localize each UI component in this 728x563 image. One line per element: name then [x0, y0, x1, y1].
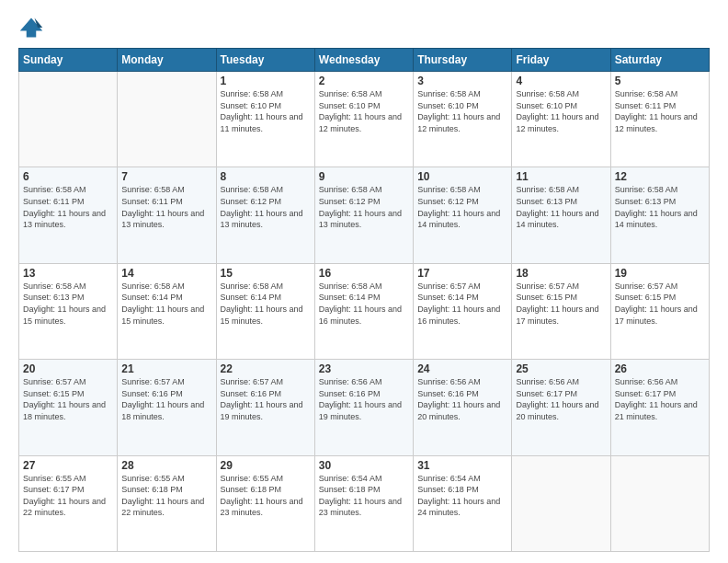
day-info: Sunrise: 6:58 AMSunset: 6:11 PMDaylight:… [23, 184, 113, 230]
day-info: Sunrise: 6:54 AMSunset: 6:18 PMDaylight:… [417, 473, 507, 519]
day-header-sunday: Sunday [19, 49, 118, 72]
day-number: 28 [121, 459, 211, 472]
day-number: 27 [23, 459, 113, 472]
day-info: Sunrise: 6:56 AMSunset: 6:16 PMDaylight:… [319, 376, 409, 422]
calendar-cell: 5Sunrise: 6:58 AMSunset: 6:11 PMDaylight… [610, 72, 709, 167]
day-info: Sunrise: 6:58 AMSunset: 6:10 PMDaylight:… [516, 88, 606, 134]
day-info: Sunrise: 6:57 AMSunset: 6:15 PMDaylight:… [516, 281, 606, 327]
calendar-week-row: 27Sunrise: 6:55 AMSunset: 6:17 PMDayligh… [19, 455, 710, 551]
calendar-cell: 9Sunrise: 6:58 AMSunset: 6:12 PMDaylight… [314, 167, 413, 263]
calendar-cell: 26Sunrise: 6:56 AMSunset: 6:17 PMDayligh… [610, 360, 709, 455]
day-number: 30 [319, 459, 409, 472]
calendar-cell: 31Sunrise: 6:54 AMSunset: 6:18 PMDayligh… [414, 455, 512, 551]
calendar-cell: 1Sunrise: 6:58 AMSunset: 6:10 PMDaylight… [216, 72, 314, 167]
calendar-cell: 27Sunrise: 6:55 AMSunset: 6:17 PMDayligh… [19, 455, 118, 551]
day-number: 9 [319, 170, 409, 183]
calendar-cell: 19Sunrise: 6:57 AMSunset: 6:15 PMDayligh… [610, 263, 709, 359]
day-number: 21 [121, 362, 211, 375]
calendar-cell: 11Sunrise: 6:58 AMSunset: 6:13 PMDayligh… [512, 167, 610, 263]
day-number: 31 [417, 459, 507, 472]
day-info: Sunrise: 6:57 AMSunset: 6:16 PMDaylight:… [121, 376, 211, 422]
day-info: Sunrise: 6:58 AMSunset: 6:10 PMDaylight:… [417, 88, 507, 134]
day-number: 8 [221, 170, 311, 183]
day-number: 13 [23, 267, 113, 280]
day-info: Sunrise: 6:57 AMSunset: 6:15 PMDaylight:… [615, 281, 705, 327]
day-info: Sunrise: 6:58 AMSunset: 6:10 PMDaylight:… [221, 88, 311, 134]
calendar-cell: 14Sunrise: 6:58 AMSunset: 6:14 PMDayligh… [118, 263, 216, 359]
day-number: 22 [221, 362, 311, 375]
day-number: 24 [417, 362, 507, 375]
day-number: 11 [516, 170, 606, 183]
day-info: Sunrise: 6:55 AMSunset: 6:18 PMDaylight:… [121, 473, 211, 519]
calendar-cell: 17Sunrise: 6:57 AMSunset: 6:14 PMDayligh… [414, 263, 512, 359]
day-info: Sunrise: 6:58 AMSunset: 6:12 PMDaylight:… [417, 184, 507, 230]
calendar-week-row: 1Sunrise: 6:58 AMSunset: 6:10 PMDaylight… [19, 72, 710, 167]
day-number: 2 [319, 75, 409, 87]
calendar-cell: 24Sunrise: 6:56 AMSunset: 6:16 PMDayligh… [414, 360, 512, 455]
day-number: 17 [417, 267, 507, 280]
day-info: Sunrise: 6:58 AMSunset: 6:12 PMDaylight:… [319, 184, 409, 230]
day-info: Sunrise: 6:57 AMSunset: 6:16 PMDaylight:… [221, 376, 311, 422]
calendar-cell [19, 72, 118, 167]
calendar-cell: 15Sunrise: 6:58 AMSunset: 6:14 PMDayligh… [216, 263, 314, 359]
calendar-cell: 22Sunrise: 6:57 AMSunset: 6:16 PMDayligh… [216, 360, 314, 455]
day-number: 1 [221, 75, 311, 87]
day-number: 12 [615, 170, 705, 183]
calendar-cell: 23Sunrise: 6:56 AMSunset: 6:16 PMDayligh… [314, 360, 413, 455]
calendar-cell: 3Sunrise: 6:58 AMSunset: 6:10 PMDaylight… [414, 72, 512, 167]
calendar-header-row: SundayMondayTuesdayWednesdayThursdayFrid… [19, 49, 710, 72]
day-info: Sunrise: 6:56 AMSunset: 6:16 PMDaylight:… [417, 376, 507, 422]
day-number: 19 [615, 267, 705, 280]
calendar-cell: 2Sunrise: 6:58 AMSunset: 6:10 PMDaylight… [314, 72, 413, 167]
day-info: Sunrise: 6:58 AMSunset: 6:13 PMDaylight:… [516, 184, 606, 230]
day-number: 18 [516, 267, 606, 280]
calendar-cell: 28Sunrise: 6:55 AMSunset: 6:18 PMDayligh… [118, 455, 216, 551]
day-info: Sunrise: 6:55 AMSunset: 6:17 PMDaylight:… [23, 473, 113, 519]
day-info: Sunrise: 6:58 AMSunset: 6:11 PMDaylight:… [121, 184, 211, 230]
day-info: Sunrise: 6:57 AMSunset: 6:14 PMDaylight:… [417, 281, 507, 327]
day-number: 6 [23, 170, 113, 183]
day-header-thursday: Thursday [414, 49, 512, 72]
calendar-cell: 21Sunrise: 6:57 AMSunset: 6:16 PMDayligh… [118, 360, 216, 455]
day-number: 7 [121, 170, 211, 183]
day-header-tuesday: Tuesday [216, 49, 314, 72]
day-number: 25 [516, 362, 606, 375]
calendar-cell: 12Sunrise: 6:58 AMSunset: 6:13 PMDayligh… [610, 167, 709, 263]
day-number: 16 [319, 267, 409, 280]
day-header-monday: Monday [118, 49, 216, 72]
day-header-friday: Friday [512, 49, 610, 72]
calendar-cell: 10Sunrise: 6:58 AMSunset: 6:12 PMDayligh… [414, 167, 512, 263]
calendar-week-row: 20Sunrise: 6:57 AMSunset: 6:15 PMDayligh… [19, 360, 710, 455]
calendar-cell [512, 455, 610, 551]
day-info: Sunrise: 6:58 AMSunset: 6:14 PMDaylight:… [121, 281, 211, 327]
day-number: 4 [516, 75, 606, 87]
calendar-cell: 7Sunrise: 6:58 AMSunset: 6:11 PMDaylight… [118, 167, 216, 263]
calendar-cell: 13Sunrise: 6:58 AMSunset: 6:13 PMDayligh… [19, 263, 118, 359]
day-info: Sunrise: 6:58 AMSunset: 6:11 PMDaylight:… [615, 88, 705, 134]
day-info: Sunrise: 6:55 AMSunset: 6:18 PMDaylight:… [221, 473, 311, 519]
calendar-week-row: 6Sunrise: 6:58 AMSunset: 6:11 PMDaylight… [19, 167, 710, 263]
day-number: 3 [417, 75, 507, 87]
day-info: Sunrise: 6:58 AMSunset: 6:13 PMDaylight:… [23, 281, 113, 327]
day-info: Sunrise: 6:58 AMSunset: 6:12 PMDaylight:… [221, 184, 311, 230]
calendar-week-row: 13Sunrise: 6:58 AMSunset: 6:13 PMDayligh… [19, 263, 710, 359]
day-number: 5 [615, 75, 705, 87]
calendar-cell [610, 455, 709, 551]
logo [18, 15, 48, 40]
calendar-cell: 20Sunrise: 6:57 AMSunset: 6:15 PMDayligh… [19, 360, 118, 455]
day-number: 26 [615, 362, 705, 375]
calendar-cell: 4Sunrise: 6:58 AMSunset: 6:10 PMDaylight… [512, 72, 610, 167]
header [18, 15, 710, 40]
day-info: Sunrise: 6:56 AMSunset: 6:17 PMDaylight:… [615, 376, 705, 422]
day-number: 20 [23, 362, 113, 375]
calendar-cell: 25Sunrise: 6:56 AMSunset: 6:17 PMDayligh… [512, 360, 610, 455]
calendar-cell: 18Sunrise: 6:57 AMSunset: 6:15 PMDayligh… [512, 263, 610, 359]
day-number: 29 [221, 459, 311, 472]
day-header-wednesday: Wednesday [314, 49, 413, 72]
day-number: 15 [221, 267, 311, 280]
day-number: 23 [319, 362, 409, 375]
calendar-cell [118, 72, 216, 167]
calendar-cell: 30Sunrise: 6:54 AMSunset: 6:18 PMDayligh… [314, 455, 413, 551]
day-info: Sunrise: 6:58 AMSunset: 6:14 PMDaylight:… [319, 281, 409, 327]
calendar-cell: 16Sunrise: 6:58 AMSunset: 6:14 PMDayligh… [314, 263, 413, 359]
